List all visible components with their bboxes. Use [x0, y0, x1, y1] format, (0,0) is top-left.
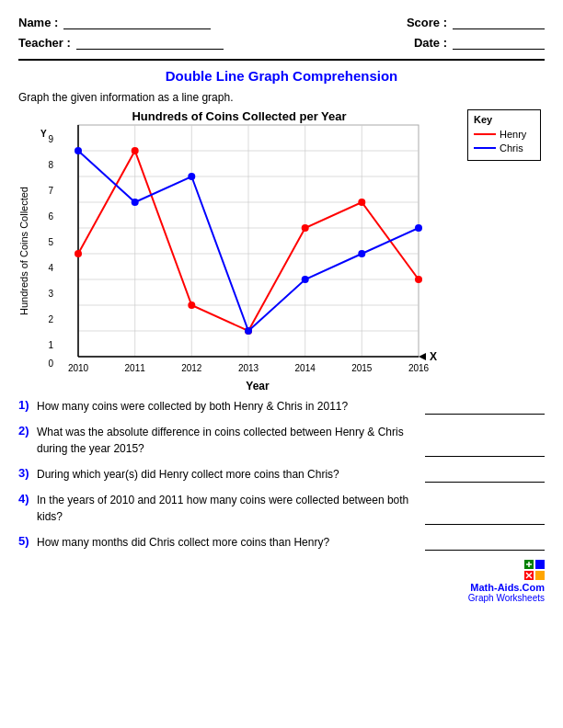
q3-answer-line[interactable]: [425, 468, 545, 483]
q2-number: 2): [18, 424, 37, 438]
chart-wrapper: Hundreds of Coins Collected per Year Hun…: [18, 109, 460, 392]
henry-point-2015: [358, 199, 365, 206]
chris-point-2014: [302, 276, 309, 283]
svg-text:2012: 2012: [181, 363, 202, 373]
svg-rect-27: [535, 571, 545, 580]
question-1: 1) How many coins were collected by both…: [18, 398, 545, 415]
q5-number: 5): [18, 534, 37, 548]
q2-text: What was the absolute difference in coin…: [37, 424, 425, 457]
score-input-line[interactable]: [453, 15, 545, 29]
y-axis-marker: Y: [40, 129, 47, 139]
footer-logo: Math-Aids.Com Graph Worksheets: [468, 560, 545, 603]
q1-text: How many coins were collected by both He…: [37, 398, 425, 415]
question-2: 2) What was the absolute difference in c…: [18, 424, 545, 457]
chris-point-2011: [132, 199, 139, 206]
henry-point-2010: [75, 250, 82, 257]
key-title: Key: [474, 114, 534, 125]
sub-name: Graph Worksheets: [468, 593, 545, 603]
svg-text:X: X: [430, 350, 437, 363]
key-item-chris: Chris: [474, 142, 534, 154]
henry-point-2016: [415, 276, 422, 283]
svg-text:2016: 2016: [408, 363, 430, 373]
question-3: 3) During which year(s) did Henry collec…: [18, 466, 545, 483]
henry-point-2011: [132, 147, 139, 154]
questions-section: 1) How many coins were collected by both…: [18, 398, 545, 551]
chris-point-2010: [75, 147, 82, 154]
henry-point-2012: [188, 301, 195, 309]
chris-point-2015: [358, 250, 365, 257]
q4-number: 4): [18, 492, 37, 506]
header-divider: [18, 59, 545, 61]
svg-text:2015: 2015: [351, 363, 373, 373]
question-4: 4) In the years of 2010 and 2011 how man…: [18, 492, 545, 525]
q3-number: 3): [18, 466, 37, 480]
date-input-line[interactable]: [453, 35, 545, 50]
chris-point-2013: [245, 327, 252, 335]
q3-text: During which year(s) did Henry collect m…: [37, 466, 425, 483]
chris-point-2016: [415, 224, 422, 232]
page-title: Double Line Graph Comprehension: [18, 68, 545, 84]
chris-point-2012: [188, 173, 195, 180]
q4-answer-line[interactable]: [425, 510, 545, 525]
chart-inner: Hundreds of Coins Collected 9 8 7 6 5 4 …: [18, 125, 460, 378]
svg-rect-25: [535, 560, 545, 569]
svg-text:2011: 2011: [125, 363, 146, 373]
instruction-text: Graph the given information as a line gr…: [18, 91, 545, 104]
henry-key-label: Henry: [500, 129, 526, 140]
teacher-input-line[interactable]: [76, 35, 224, 50]
svg-text:2010: 2010: [68, 363, 89, 373]
footer: Math-Aids.Com Graph Worksheets: [18, 560, 545, 603]
key-item-henry: Henry: [474, 129, 534, 140]
svg-text:2014: 2014: [295, 363, 316, 373]
q2-answer-line[interactable]: [425, 442, 545, 457]
footer-icon-grid: [468, 560, 545, 580]
q4-text: In the years of 2010 and 2011 how many c…: [37, 492, 425, 525]
x-axis-label: Year: [55, 380, 460, 392]
graph-area: Hundreds of Coins Collected per Year Hun…: [18, 109, 545, 392]
x-axis-arrow: [419, 353, 426, 360]
chart-title: Hundreds of Coins Collected per Year: [18, 109, 460, 123]
chris-key-line: [474, 147, 496, 149]
chart-svg-container: Y: [55, 125, 460, 378]
henry-key-line: [474, 133, 496, 135]
key-box: Key Henry Chris: [467, 109, 541, 161]
footer-icon-svg: [524, 560, 545, 580]
svg-text:2013: 2013: [238, 363, 259, 373]
question-5: 5) How many months did Chris collect mor…: [18, 534, 545, 551]
site-name: Math-Aids.Com: [468, 582, 545, 593]
score-label: Score :: [407, 16, 447, 29]
henry-point-2014: [302, 224, 309, 232]
name-label: Name :: [18, 16, 58, 29]
chris-key-label: Chris: [500, 142, 523, 154]
chart-svg: X 2010 2011 2012 2013 2014 2015 2016: [55, 125, 460, 375]
q1-number: 1): [18, 398, 37, 412]
q5-text: How many months did Chris collect more c…: [37, 534, 425, 551]
y-axis-label: Hundreds of Coins Collected: [18, 187, 33, 315]
date-label: Date :: [414, 36, 447, 50]
q1-answer-line[interactable]: [425, 400, 545, 415]
teacher-label: Teacher :: [18, 36, 71, 50]
name-input-line[interactable]: [63, 15, 211, 29]
q5-answer-line[interactable]: [425, 536, 545, 551]
